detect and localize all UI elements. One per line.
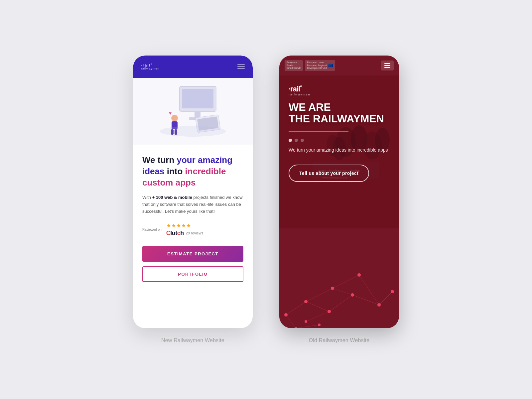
subtext-bold: + 100 web & mobile bbox=[152, 195, 192, 200]
svg-point-35 bbox=[351, 293, 354, 297]
old-logo-sub: railwaymen bbox=[289, 93, 390, 96]
clutch-name-row: Clutch 29 reviews bbox=[166, 230, 203, 237]
new-phone-header: ·rail˚ railwaymen bbox=[133, 56, 253, 78]
svg-rect-2 bbox=[195, 111, 200, 117]
old-phone-device: ·ware development station www.railwaymen… bbox=[279, 56, 399, 328]
clutch-logo-area: ★★★★★ Clutch 29 reviews bbox=[166, 222, 203, 237]
old-headline: WE ARE THE RAILWAYMEN bbox=[289, 101, 390, 125]
eu-badge-text-1: EuropeanFundsSmart Growth bbox=[287, 61, 301, 69]
svg-point-33 bbox=[304, 300, 308, 303]
svg-point-6 bbox=[171, 115, 178, 121]
network-svg bbox=[279, 255, 399, 328]
new-subtext: With + 100 web & mobile projects finishe… bbox=[142, 194, 243, 215]
subtext-plain: With bbox=[142, 195, 152, 200]
dot-2 bbox=[295, 139, 298, 142]
old-phone-section: ·ware development station www.railwaymen… bbox=[279, 56, 399, 343]
svg-text:♥: ♥ bbox=[169, 110, 172, 116]
old-phone-content: ·rail˚ railwaymen WE ARE THE RAILWAYMEN … bbox=[279, 75, 399, 192]
svg-line-22 bbox=[286, 302, 306, 315]
headline-plain1: We turn bbox=[142, 155, 177, 165]
svg-line-26 bbox=[379, 292, 392, 305]
new-phone-content: We turn your amazing ideas into incredib… bbox=[133, 145, 253, 292]
clutch-reviewed-label: Raviewed on bbox=[142, 227, 162, 232]
new-phone-label: New Railwaymen Website bbox=[161, 337, 224, 343]
eu-badge-1: EuropeanFundsSmart Growth bbox=[285, 60, 303, 70]
portfolio-button[interactable]: PORTFOLIO bbox=[142, 266, 243, 282]
old-headline-line1: WE ARE bbox=[289, 101, 390, 113]
svg-point-34 bbox=[328, 310, 331, 313]
headline-plain2: into bbox=[165, 166, 185, 176]
svg-line-24 bbox=[329, 295, 352, 312]
old-hamburger-menu[interactable] bbox=[381, 61, 394, 70]
dot-3 bbox=[301, 139, 304, 142]
new-logo-sub: railwaymen bbox=[141, 67, 160, 70]
svg-point-36 bbox=[377, 303, 381, 307]
svg-point-38 bbox=[331, 287, 334, 290]
clutch-review-count: 29 reviews bbox=[186, 231, 203, 235]
svg-line-31 bbox=[332, 288, 352, 295]
new-phone-section: ·rail˚ railwaymen bbox=[133, 56, 253, 343]
new-headline: We turn your amazing ideas into incredib… bbox=[142, 155, 243, 188]
old-phone-header: EuropeanFundsSmart Growth European Union… bbox=[279, 56, 399, 75]
svg-line-30 bbox=[306, 312, 329, 322]
eu-badge-2: European UnionEuropean RegionalDevelopme… bbox=[305, 60, 335, 70]
svg-line-29 bbox=[359, 275, 379, 305]
old-subtext: We turn your amazing ideas into incredib… bbox=[289, 147, 390, 154]
old-divider bbox=[289, 131, 348, 132]
old-logo-mark: ·rail˚ bbox=[289, 85, 390, 93]
clutch-stars: ★★★★★ bbox=[166, 222, 203, 229]
svg-line-43 bbox=[296, 325, 319, 328]
page-wrapper: ·rail˚ railwaymen bbox=[0, 36, 532, 363]
illustration-svg: ♥ bbox=[140, 80, 246, 143]
estimate-project-button[interactable]: ESTIMATE PROJECT bbox=[142, 246, 243, 262]
new-hamburger-menu[interactable] bbox=[237, 65, 245, 69]
old-phone-label: Old Railwaymen Website bbox=[309, 337, 370, 343]
eu-logos: EuropeanFundsSmart Growth European Union… bbox=[285, 60, 335, 70]
svg-line-28 bbox=[332, 275, 359, 288]
dot-1 bbox=[289, 139, 292, 142]
svg-rect-1 bbox=[182, 89, 213, 108]
old-logo: ·rail˚ railwaymen bbox=[289, 85, 390, 96]
new-phone-device: ·rail˚ railwaymen bbox=[133, 56, 253, 328]
tell-project-button[interactable]: Tell us about your project bbox=[289, 165, 369, 182]
svg-line-25 bbox=[352, 295, 379, 305]
svg-point-40 bbox=[305, 320, 307, 323]
svg-point-11 bbox=[160, 126, 226, 137]
clutch-section: Raviewed on ★★★★★ Clutch 29 reviews bbox=[142, 222, 243, 237]
eu-badge-text-2: European UnionEuropean RegionalDevelopme… bbox=[307, 61, 327, 69]
old-dots-row bbox=[289, 139, 390, 142]
clutch-name: Clutch bbox=[166, 230, 184, 237]
svg-point-37 bbox=[391, 290, 394, 293]
old-headline-line2: THE RAILWAYMEN bbox=[289, 113, 390, 125]
svg-line-27 bbox=[306, 288, 332, 302]
svg-line-23 bbox=[306, 302, 329, 312]
eu-flag-icon: 🇪🇺 bbox=[328, 63, 333, 68]
svg-line-44 bbox=[286, 315, 296, 328]
svg-point-39 bbox=[357, 273, 361, 277]
new-illustration: ♥ bbox=[133, 78, 253, 145]
new-logo: ·rail˚ railwaymen bbox=[141, 63, 160, 70]
